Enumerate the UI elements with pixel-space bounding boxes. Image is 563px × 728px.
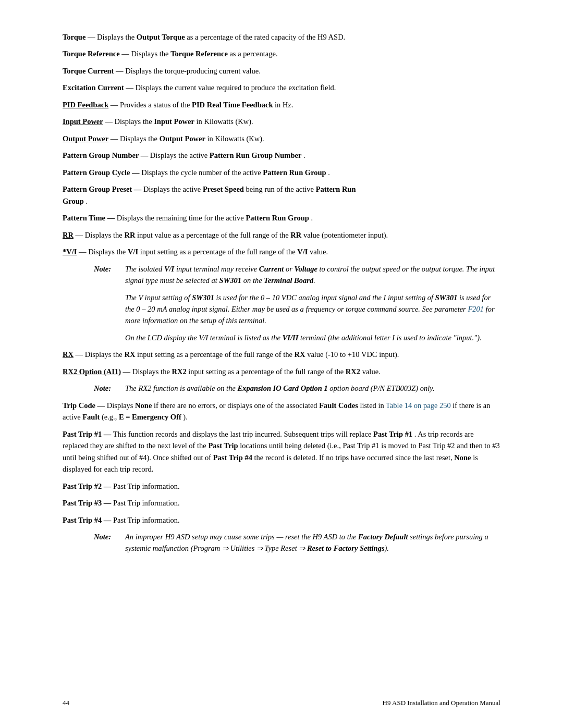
input-power-paragraph: Input Power — Displays the Input Power i… <box>63 116 500 127</box>
torque-reference-bold: Torque Reference <box>170 50 228 58</box>
past-trip4-paragraph: Past Trip #4 — Past Trip information. <box>63 514 500 526</box>
rr-text3: value (potentiometer input). <box>303 231 388 239</box>
output-power-bold: Output Power <box>160 134 205 143</box>
rx2-text3: value. <box>362 367 381 376</box>
pattern-group-number-bold: Pattern Run Group Number <box>210 151 302 159</box>
note3-label: Note: <box>94 531 119 554</box>
note2-label: Note: <box>94 382 119 394</box>
rr-label: RR <box>63 231 74 239</box>
torque-paragraph: Torque — Displays the Output Torque as a… <box>63 31 500 43</box>
past-trip1-none: None <box>454 453 471 462</box>
torque-output-bold: Output Torque <box>137 33 185 41</box>
pattern-group-preset-text2: being run of the active <box>246 185 316 193</box>
vi-bold1: V/I <box>128 248 138 256</box>
note3-text: An improper H9 ASD setup may cause some … <box>125 531 500 554</box>
rx2-paragraph: RX2 Option (AI1) — Displays the RX2 inpu… <box>63 366 500 377</box>
note3-row: Note: An improper H9 ASD setup may cause… <box>94 531 500 554</box>
pattern-group-cycle-text2: . <box>328 168 330 177</box>
trip-code-text3: listed in <box>360 401 386 410</box>
excitation-current-paragraph: Excitation Current — Displays the curren… <box>63 82 500 93</box>
torque-current-text: — Displays the torque-producing current … <box>116 67 261 75</box>
torque-current-label: Torque Current <box>63 67 114 75</box>
pattern-time-paragraph: Pattern Time — Displays the remaining ti… <box>63 212 500 224</box>
pattern-group-cycle-paragraph: Pattern Group Cycle — Displays the cycle… <box>63 167 500 178</box>
past-trip1-label: Past Trip #1 — <box>63 430 111 438</box>
pattern-group-preset-bold3: Group <box>63 197 84 205</box>
excitation-current-label: Excitation Current <box>63 83 124 92</box>
rx-text2: input setting as a percentage of the ful… <box>137 350 295 359</box>
pattern-group-preset-label: Pattern Group Preset — <box>63 185 141 193</box>
past-trip1-text: This function records and displays the l… <box>113 430 373 438</box>
torque-reference-text2: as a percentage. <box>229 50 277 58</box>
note1-row1: Note: The isolated V/I input terminal ma… <box>94 263 500 287</box>
pattern-group-cycle-text: Displays the cycle number of the active <box>141 168 263 177</box>
rr-paragraph: RR — Displays the RR input value as a pe… <box>63 229 500 241</box>
pattern-group-cycle-label: Pattern Group Cycle — <box>63 168 140 177</box>
rx2-bold2: RX2 <box>346 367 360 376</box>
pid-feedback-paragraph: PID Feedback — Provides a status of the … <box>63 99 500 110</box>
footer: 44 H9 ASD Installation and Operation Man… <box>63 699 500 707</box>
pattern-time-bold: Pattern Run Group <box>246 214 309 222</box>
pid-real-time-bold: PID Real Time Feedback <box>192 101 273 109</box>
rr-bold2: RR <box>290 231 301 239</box>
rx2-label: RX2 Option (AI1) <box>63 367 121 376</box>
trip-code-text: Displays <box>107 401 135 410</box>
pattern-group-preset-bold1: Preset Speed <box>203 185 244 193</box>
output-power-text2: in Kilowatts (Kw). <box>207 134 264 143</box>
pattern-group-number-label: Pattern Group Number — <box>63 151 148 159</box>
note2-text: The RX2 function is available on the Exp… <box>125 382 500 394</box>
pattern-group-number-text: Displays the active <box>150 151 210 159</box>
past-trip3-paragraph: Past Trip #3 — Past Trip information. <box>63 497 500 509</box>
pattern-group-preset-paragraph: Pattern Group Preset — Displays the acti… <box>63 183 500 207</box>
note2-row: Note: The RX2 function is available on t… <box>94 382 500 394</box>
vi-bold2: V/I <box>297 248 308 256</box>
content: Torque — Displays the Output Torque as a… <box>63 31 500 554</box>
past-trip1-text4: the record is deleted. If no trips have … <box>254 453 455 462</box>
note1-text2: The V input setting of SW301 is used for… <box>125 292 500 327</box>
pattern-time-label: Pattern Time — <box>63 214 115 222</box>
past-trip3-text: Past Trip information. <box>113 499 180 507</box>
rr-bold1: RR <box>124 231 135 239</box>
trip-code-link[interactable]: Table 14 on page 250 <box>386 401 451 410</box>
past-trip1-bold2: Past Trip <box>208 441 238 450</box>
rx2-text2: input setting as a percentage of the ful… <box>188 367 346 376</box>
rr-text: — Displays the <box>76 231 125 239</box>
rx-paragraph: RX — Displays the RX input setting as a … <box>63 349 500 360</box>
pattern-time-text: Displays the remaining time for the acti… <box>117 214 246 222</box>
trip-code-none: None <box>135 401 152 410</box>
pattern-group-cycle-bold: Pattern Run Group <box>263 168 326 177</box>
input-power-bold: Input Power <box>154 117 194 126</box>
torque-reference-paragraph: Torque Reference — Displays the Torque R… <box>63 48 500 59</box>
page: Torque — Displays the Output Torque as a… <box>0 0 563 728</box>
pid-feedback-text: — Provides a status of the <box>111 101 192 109</box>
pid-feedback-label: PID Feedback <box>63 101 108 109</box>
input-power-text2: in Kilowatts (Kw). <box>197 117 253 126</box>
rx2-text: — Displays the <box>123 367 172 376</box>
trip-code-paragraph: Trip Code — Displays None if there are n… <box>63 400 500 423</box>
note3-block: Note: An improper H9 ASD setup may cause… <box>94 531 500 554</box>
pattern-time-text2: . <box>311 214 313 222</box>
vi-paragraph: *V/I — Displays the V/I input setting as… <box>63 246 500 257</box>
rx2-bold1: RX2 <box>172 367 186 376</box>
past-trip2-label: Past Trip #2 — <box>63 482 111 490</box>
output-power-text: — Displays the <box>111 134 160 143</box>
past-trip2-text: Past Trip information. <box>113 482 180 490</box>
pid-feedback-text2: in Hz. <box>275 101 293 109</box>
rr-text2: input value as a percentage of the full … <box>137 231 290 239</box>
note1-text3: On the LCD display the V/I terminal is l… <box>125 332 500 343</box>
excitation-current-text: — Displays the current value required to… <box>126 83 336 92</box>
torque-current-paragraph: Torque Current — Displays the torque-pro… <box>63 65 500 77</box>
past-trip4-text: Past Trip information. <box>113 516 180 524</box>
past-trip1-paragraph: Past Trip #1 — This function records and… <box>63 428 500 475</box>
input-power-text: — Displays the <box>105 117 154 126</box>
input-power-label: Input Power <box>63 117 103 126</box>
vi-text3: value. <box>310 248 328 256</box>
trip-code-fault: Fault <box>82 413 100 421</box>
rx-label: RX <box>63 350 74 359</box>
trip-code-text2: if there are no errors, or displays one … <box>154 401 319 410</box>
pattern-group-preset-bold2: Pattern Run <box>316 185 356 193</box>
note1-block: Note: The isolated V/I input terminal ma… <box>94 263 500 344</box>
past-trip4-label: Past Trip #4 — <box>63 516 111 524</box>
vi-text2: input setting as a percentage of the ful… <box>140 248 298 256</box>
torque-text2: as a percentage of the rated capacity of… <box>187 33 345 41</box>
